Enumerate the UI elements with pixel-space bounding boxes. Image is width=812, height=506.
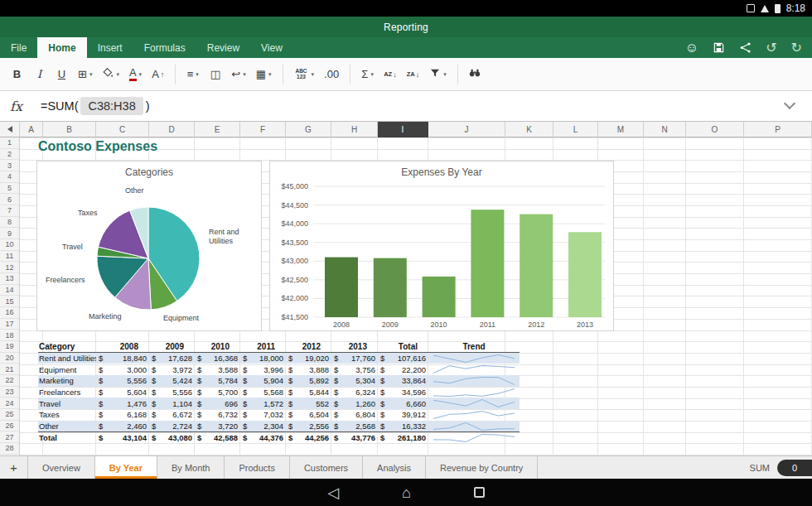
money-cell[interactable]: $3,888 — [286, 364, 331, 375]
row-header-20[interactable]: 20 — [0, 353, 19, 364]
money-cell[interactable]: $42,588 — [195, 432, 240, 443]
money-cell[interactable]: $3,972 — [149, 364, 195, 375]
row-header-27[interactable]: 27 — [0, 431, 19, 443]
add-sheet-button[interactable]: + — [0, 456, 28, 479]
money-cell[interactable]: $552 — [286, 398, 331, 409]
column-header-f[interactable]: F — [240, 122, 286, 137]
trend-cell[interactable] — [428, 409, 520, 421]
category-cell[interactable]: Marketing — [38, 375, 96, 387]
borders-button[interactable]: ⊞▾ — [74, 62, 96, 87]
column-header-l[interactable]: L — [553, 122, 598, 137]
formula-bar[interactable]: fx =SUM( C38:H38 ) — [0, 91, 812, 122]
row-header-17[interactable]: 17 — [0, 319, 19, 330]
trend-cell[interactable] — [428, 387, 520, 398]
column-header-i[interactable]: I — [378, 122, 428, 137]
feedback-smiley-icon[interactable]: ☺ — [685, 41, 698, 55]
undo-icon[interactable]: ↺ — [766, 41, 776, 55]
table-header-category[interactable]: Category — [38, 341, 96, 352]
bold-button[interactable]: B — [7, 62, 27, 87]
table-row-equipment[interactable]: Equipment$3,000$3,972$3,588$3,996$3,888$… — [38, 364, 520, 375]
money-cell[interactable]: $2,556 — [286, 421, 331, 432]
bar-2013[interactable] — [568, 232, 602, 317]
row-header-18[interactable]: 18 — [0, 330, 19, 341]
formula-bar-expand-chevron[interactable] — [784, 98, 795, 109]
row-header-21[interactable]: 21 — [0, 364, 19, 375]
money-cell[interactable]: $6,168 — [96, 409, 149, 421]
money-cell[interactable]: $19,020 — [286, 353, 331, 364]
bar-2012[interactable] — [520, 214, 553, 317]
money-cell[interactable]: $22,200 — [378, 364, 428, 375]
column-header-a[interactable]: A — [20, 122, 43, 137]
pie-chart[interactable]: Categories Rent and UtilitiesEquipmentMa… — [36, 161, 262, 331]
category-cell[interactable]: Travel — [38, 398, 96, 409]
table-row-freelancers[interactable]: Freelancers$5,604$5,556$5,700$5,568$5,84… — [38, 387, 520, 398]
row-header-14[interactable]: 14 — [0, 285, 19, 296]
table-header-2009[interactable]: 2009 — [149, 341, 195, 352]
money-cell[interactable]: $2,460 — [96, 421, 149, 432]
row-header-9[interactable]: 9 — [0, 228, 19, 239]
money-cell[interactable]: $3,000 — [96, 364, 149, 375]
money-cell[interactable]: $17,628 — [149, 353, 195, 364]
column-header-g[interactable]: G — [286, 122, 331, 137]
ribbon-tab-insert[interactable]: Insert — [87, 37, 133, 58]
money-cell[interactable]: $5,604 — [96, 387, 149, 398]
formula-text[interactable]: =SUM( C38:H38 ) — [41, 97, 150, 115]
autosum-button[interactable]: Σ▾ — [357, 62, 378, 87]
row-header-5[interactable]: 5 — [0, 183, 19, 195]
table-row-total[interactable]: Total$43,104$43,080$42,588$44,376$44,256… — [38, 431, 520, 443]
redo-icon[interactable]: ↻ — [791, 41, 802, 55]
money-cell[interactable]: $261,180 — [378, 432, 428, 443]
row-header-16[interactable]: 16 — [0, 307, 19, 319]
category-cell[interactable]: Freelancers — [38, 387, 96, 398]
category-cell[interactable]: Other — [38, 421, 96, 432]
money-cell[interactable]: $5,304 — [331, 375, 378, 387]
column-header-j[interactable]: J — [428, 122, 505, 137]
bar-2011[interactable] — [471, 210, 504, 317]
row-header-25[interactable]: 25 — [0, 409, 19, 421]
trend-cell[interactable] — [428, 421, 520, 432]
category-cell[interactable]: Taxes — [38, 409, 96, 421]
table-header-2013[interactable]: 2013 — [331, 341, 378, 352]
cell-style-button[interactable]: ▦▾ — [252, 62, 276, 87]
money-cell[interactable]: $3,720 — [195, 421, 240, 432]
money-cell[interactable]: $1,476 — [96, 398, 149, 409]
bar-2010[interactable] — [423, 277, 456, 317]
money-cell[interactable]: $43,080 — [149, 432, 195, 443]
sort-ascending-button[interactable]: AZ↓ — [379, 62, 401, 87]
money-cell[interactable]: $3,756 — [331, 364, 378, 375]
save-icon[interactable] — [713, 41, 725, 54]
column-header-m[interactable]: M — [598, 122, 644, 137]
row-header-22[interactable]: 22 — [0, 375, 19, 387]
number-format-button[interactable]: ABC 123▾ — [290, 62, 319, 87]
money-cell[interactable]: $43,104 — [96, 432, 149, 443]
money-cell[interactable]: $16,332 — [378, 421, 428, 432]
sheet-tab-by-month[interactable]: By Month — [157, 456, 225, 479]
increase-decimal-button[interactable]: .00 — [320, 62, 343, 87]
money-cell[interactable]: $5,784 — [195, 375, 240, 387]
table-row-rent-and-utilities[interactable]: Rent and Utilities$18,840$17,628$16,368$… — [38, 353, 520, 364]
table-row-other[interactable]: Other$2,460$2,724$3,720$2,304$2,556$2,56… — [38, 421, 520, 432]
money-cell[interactable]: $5,904 — [240, 375, 286, 387]
sheet-tab-analysis[interactable]: Analysis — [363, 456, 426, 479]
row-header-24[interactable]: 24 — [0, 398, 19, 409]
trend-cell[interactable] — [428, 432, 520, 443]
row-header-4[interactable]: 4 — [0, 171, 19, 183]
table-row-taxes[interactable]: Taxes$6,168$6,672$6,732$7,032$6,504$6,80… — [38, 409, 520, 421]
row-header-13[interactable]: 13 — [0, 273, 19, 285]
table-header-2010[interactable]: 2010 — [195, 341, 240, 352]
money-cell[interactable]: $2,304 — [240, 421, 286, 432]
money-cell[interactable]: $43,776 — [331, 432, 378, 443]
bar-2008[interactable] — [325, 258, 358, 317]
status-sum-label[interactable]: SUM — [750, 463, 770, 473]
money-cell[interactable]: $7,032 — [240, 409, 286, 421]
money-cell[interactable]: $3,996 — [240, 364, 286, 375]
align-button[interactable]: ≡▾ — [182, 62, 203, 87]
money-cell[interactable]: $5,892 — [286, 375, 331, 387]
row-header-28[interactable]: 28 — [0, 443, 19, 455]
money-cell[interactable]: $17,760 — [331, 353, 378, 364]
money-cell[interactable]: $34,596 — [378, 387, 428, 398]
wrap-text-button[interactable]: ↩▾ — [227, 62, 249, 87]
sheet-tab-overview[interactable]: Overview — [28, 456, 95, 479]
category-cell[interactable]: Equipment — [38, 364, 96, 375]
column-header-e[interactable]: E — [195, 122, 240, 137]
